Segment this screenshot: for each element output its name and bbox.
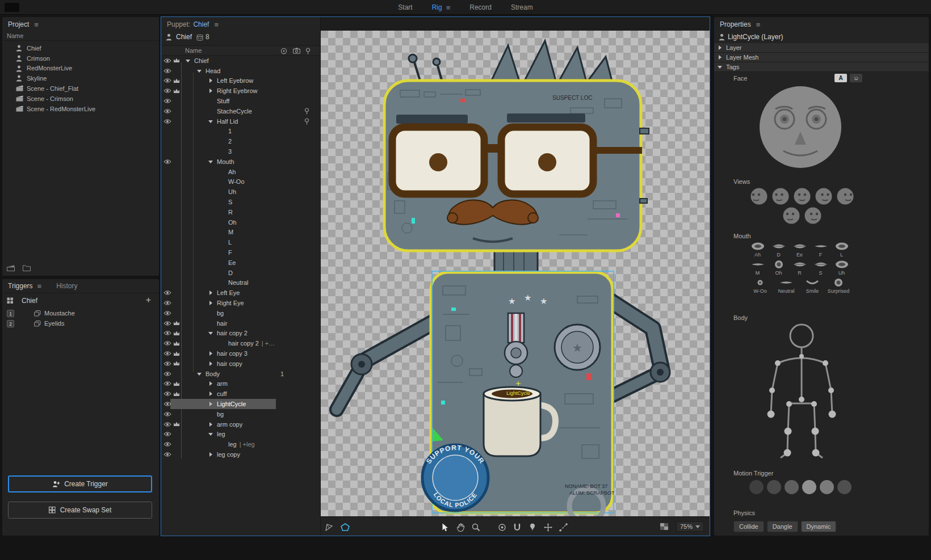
layer-row-lightcycle[interactable]: LightCycle	[161, 399, 320, 409]
visibility-eye-icon[interactable]	[163, 98, 172, 104]
create-swap-set-button[interactable]: Create Swap Set	[8, 502, 152, 519]
show-outline-icon[interactable]	[340, 522, 350, 532]
layer-row-hair-copy-3[interactable]: hair copy 3	[161, 348, 320, 359]
mouth-viseme-m[interactable]: M	[747, 260, 768, 276]
visibility-eye-icon[interactable]	[163, 351, 172, 356]
expand-right-icon[interactable]	[208, 290, 216, 295]
motion-trigger-circle-4[interactable]	[802, 480, 816, 494]
layer-row-arm-copy[interactable]: arm copy	[161, 419, 320, 430]
visibility-eye-icon[interactable]	[163, 310, 172, 316]
properties-panel-menu-icon[interactable]: ≡	[756, 21, 761, 28]
scene-canvas[interactable]: ★ ★ ★ ★	[321, 17, 710, 536]
mouth-viseme-s[interactable]: S	[810, 260, 831, 276]
layer-row-body[interactable]: Body1	[161, 369, 320, 379]
visibility-eye-icon[interactable]	[163, 361, 172, 367]
layer-row-half-lid[interactable]: Half Lid	[161, 116, 320, 127]
layer-row-hair-copy[interactable]: hair copy	[161, 359, 320, 369]
attach-handle-icon[interactable]	[304, 118, 309, 125]
mouth-viseme-d[interactable]: D	[768, 242, 789, 258]
face-auto-tag-button[interactable]: A	[834, 74, 847, 82]
warp-independence-crown-icon[interactable]	[172, 381, 181, 386]
pin-tool-icon[interactable]	[527, 522, 538, 532]
project-item-redmonsterlive[interactable]: RedMonsterLive	[2, 64, 159, 74]
warp-independence-crown-icon[interactable]	[172, 351, 181, 356]
trigger-row-moustache[interactable]: 1Moustache	[2, 309, 159, 319]
mouth-viseme-w-oo[interactable]: W-Oo	[747, 278, 773, 294]
expand-down-icon[interactable]	[208, 432, 216, 436]
physics-dangle-button[interactable]: Dangle	[767, 521, 798, 532]
mouth-viseme-ee[interactable]: Ee	[789, 242, 810, 258]
rig-menu-icon[interactable]: ≡	[446, 3, 451, 12]
expand-down-icon[interactable]	[718, 65, 722, 69]
physics-dynamic-button[interactable]: Dynamic	[801, 521, 837, 532]
layer-row-hair-copy-2[interactable]: hair copy 2	[161, 329, 320, 339]
layer-row-leg[interactable]: leg| +leg	[161, 439, 320, 449]
hand-tool-icon[interactable]	[455, 522, 465, 532]
add-trigger-button[interactable]: +	[146, 295, 151, 305]
expand-down-icon[interactable]	[186, 58, 193, 63]
expand-right-icon[interactable]	[208, 452, 216, 457]
layer-row-stachecycle[interactable]: StacheCycle	[161, 106, 320, 116]
create-trigger-button[interactable]: Create Trigger	[8, 475, 152, 492]
visibility-eye-icon[interactable]	[163, 340, 172, 346]
layer-row-head[interactable]: Head	[161, 66, 320, 76]
properties-section-layer[interactable]: Layer	[714, 43, 929, 53]
layer-row-uh[interactable]: Uh	[161, 187, 320, 197]
visibility-eye-icon[interactable]	[163, 401, 172, 407]
warp-independence-crown-icon[interactable]	[172, 341, 181, 346]
visibility-eye-icon[interactable]	[163, 290, 172, 296]
layer-row-arm[interactable]: arm	[161, 379, 320, 389]
select-tool-icon[interactable]	[440, 522, 450, 532]
motion-trigger-circle-2[interactable]	[767, 480, 781, 494]
warp-independence-crown-icon[interactable]	[172, 331, 181, 336]
layer-row-hair[interactable]: hair	[161, 318, 320, 329]
mouth-viseme-smile[interactable]: Smile	[799, 278, 825, 294]
attach-handle-icon[interactable]	[304, 108, 309, 115]
expand-right-icon[interactable]	[718, 55, 722, 60]
layer-row-cuff[interactable]: cuff	[161, 389, 320, 399]
visibility-eye-icon[interactable]	[163, 431, 172, 437]
layer-row-f[interactable]: F	[161, 247, 320, 258]
visibility-eye-icon[interactable]	[163, 119, 172, 124]
puppet-panel-menu-icon[interactable]: ≡	[214, 21, 219, 28]
expand-right-icon[interactable]	[208, 402, 216, 406]
visibility-eye-icon[interactable]	[163, 381, 172, 386]
body-skeleton-figure[interactable]	[762, 323, 841, 464]
layer-row-s[interactable]: S	[161, 197, 320, 207]
zoom-tool-icon[interactable]	[471, 522, 481, 532]
visibility-eye-icon[interactable]	[163, 58, 172, 64]
puppet-root-row[interactable]: Chief 8	[161, 32, 320, 43]
expand-right-icon[interactable]	[208, 301, 216, 305]
layer-row-ah[interactable]: Ah	[161, 167, 320, 177]
origin-column-icon[interactable]	[280, 48, 287, 54]
triggers-panel-menu-icon[interactable]: ≡	[37, 283, 42, 290]
visibility-eye-icon[interactable]	[163, 330, 172, 336]
expand-right-icon[interactable]	[208, 78, 216, 83]
project-item-chief[interactable]: Chief	[2, 43, 159, 53]
layer-row-stuff[interactable]: Stuff	[161, 96, 320, 106]
transform-tool-icon[interactable]	[543, 522, 553, 532]
warp-independence-crown-icon[interactable]	[172, 58, 181, 63]
triggers-tab-triggers[interactable]: Triggers≡	[8, 282, 41, 290]
visibility-eye-icon[interactable]	[163, 68, 172, 74]
expand-right-icon[interactable]	[208, 351, 216, 356]
visibility-eye-icon[interactable]	[163, 78, 172, 83]
expand-right-icon[interactable]	[208, 89, 216, 93]
expand-right-icon[interactable]	[208, 391, 216, 396]
project-item-scene-redmonsterlive[interactable]: Scene - RedMonsterLive	[2, 104, 159, 114]
layer-row-d[interactable]: D	[161, 268, 320, 278]
magnet-tool-icon[interactable]	[512, 522, 522, 532]
mouth-viseme-neutral[interactable]: Neutral	[773, 278, 799, 294]
visibility-eye-icon[interactable]	[163, 321, 172, 326]
expand-down-icon[interactable]	[208, 159, 216, 164]
properties-section-tags[interactable]: Tags	[714, 62, 929, 72]
new-scene-icon[interactable]	[7, 265, 15, 271]
expand-right-icon[interactable]	[208, 361, 216, 366]
properties-section-layer-mesh[interactable]: Layer Mesh	[714, 53, 929, 62]
expand-down-icon[interactable]	[197, 372, 204, 376]
new-folder-icon[interactable]	[23, 265, 31, 271]
layer-row-w-oo[interactable]: W-Oo	[161, 177, 320, 187]
warp-independence-crown-icon[interactable]	[172, 78, 181, 83]
layer-row-mouth[interactable]: Mouth	[161, 157, 320, 167]
camera-column-icon[interactable]	[293, 48, 300, 54]
